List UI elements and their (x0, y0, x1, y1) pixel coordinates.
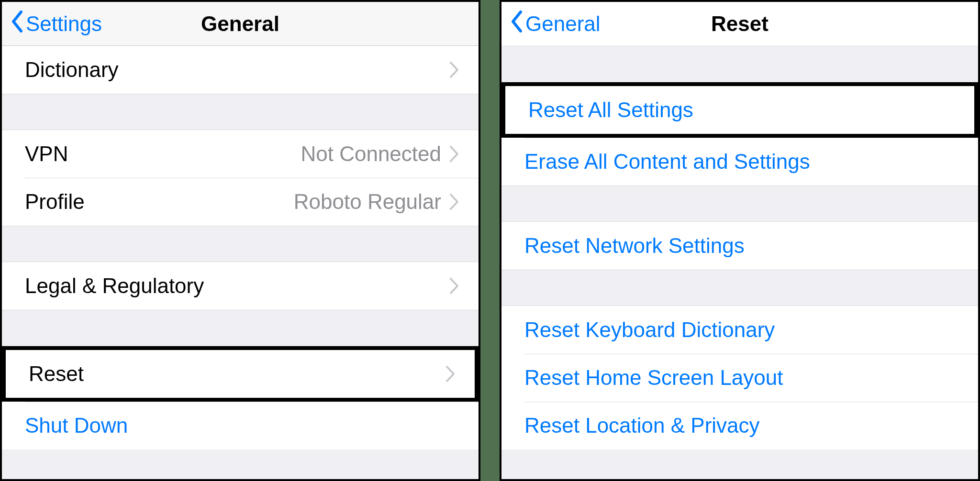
section-gap (2, 226, 479, 262)
row-label: Reset Keyboard Dictionary (524, 318, 775, 342)
section-gap (501, 46, 978, 82)
back-button-general[interactable]: General (510, 10, 601, 38)
back-label: Settings (26, 12, 102, 36)
row-profile[interactable]: Profile Roboto Regular (2, 178, 479, 226)
row-value: Not Connected (301, 142, 441, 166)
chevron-right-icon (449, 145, 459, 163)
row-label: Reset Network Settings (524, 234, 745, 258)
chevron-right-icon (445, 365, 456, 383)
reset-content: Reset All Settings Erase All Content and… (501, 46, 978, 479)
row-value: Roboto Regular (294, 190, 441, 214)
highlight-reset: Reset (2, 346, 479, 402)
row-label: Erase All Content and Settings (524, 150, 810, 174)
row-legal-regulatory[interactable]: Legal & Regulatory (2, 262, 479, 310)
row-label: Reset Home Screen Layout (524, 366, 783, 390)
general-settings-pane: Settings General Dictionary VPN Not Conn… (0, 0, 480, 481)
navbar-general: Settings General (2, 2, 479, 46)
page-title-reset: Reset (711, 12, 768, 36)
row-shut-down[interactable]: Shut Down (2, 402, 479, 449)
back-label: General (525, 12, 601, 36)
row-reset[interactable]: Reset (6, 350, 475, 398)
row-reset-location-privacy[interactable]: Reset Location & Privacy (501, 402, 978, 449)
row-label: Reset (29, 362, 84, 386)
row-vpn[interactable]: VPN Not Connected (2, 130, 479, 178)
row-reset-all-settings[interactable]: Reset All Settings (505, 86, 974, 134)
row-label: Dictionary (25, 58, 119, 82)
row-label: Reset All Settings (528, 98, 693, 122)
row-erase-all-content[interactable]: Erase All Content and Settings (501, 138, 978, 186)
section-gap (501, 270, 978, 306)
row-label: Profile (25, 190, 85, 214)
row-label: VPN (25, 142, 68, 166)
row-label: Shut Down (25, 414, 128, 437)
page-title-general: General (201, 12, 279, 36)
back-button-settings[interactable]: Settings (11, 10, 102, 38)
chevron-right-icon (449, 277, 459, 295)
row-label: Reset Location & Privacy (524, 414, 760, 437)
general-content: Dictionary VPN Not Connected Profile Rob… (2, 46, 479, 479)
back-chevron-icon (11, 10, 24, 38)
highlight-reset-all: Reset All Settings (501, 82, 978, 138)
section-gap (2, 94, 479, 130)
back-chevron-icon (510, 10, 523, 38)
row-reset-network[interactable]: Reset Network Settings (501, 222, 978, 270)
chevron-right-icon (449, 193, 459, 211)
section-gap (2, 310, 479, 346)
chevron-right-icon (449, 61, 459, 79)
row-reset-home-screen[interactable]: Reset Home Screen Layout (501, 354, 978, 402)
row-dictionary[interactable]: Dictionary (2, 46, 479, 94)
reset-settings-pane: General Reset Reset All Settings Erase A… (500, 0, 980, 481)
row-reset-keyboard-dictionary[interactable]: Reset Keyboard Dictionary (501, 306, 978, 354)
section-gap (501, 186, 978, 222)
navbar-reset: General Reset (501, 2, 978, 46)
row-label: Legal & Regulatory (25, 274, 204, 298)
